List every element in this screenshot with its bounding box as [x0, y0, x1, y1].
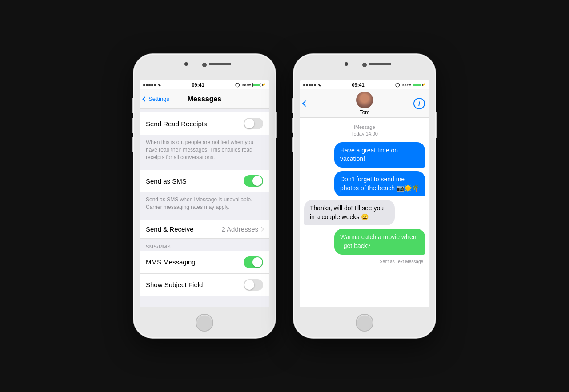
toggle-knob-read	[244, 119, 254, 128]
settings-back-button[interactable]: Settings	[143, 96, 169, 102]
messages-screen: ∿ 09:41 ◯ 100% ⚡	[300, 80, 429, 307]
send-as-sms-label: Send as SMS	[146, 177, 187, 185]
toggle-knob-sms	[252, 176, 262, 186]
camera-dot-left	[202, 63, 207, 67]
messages-nav-bar: Tom i	[300, 89, 429, 118]
send-receive-value-text: 2 Addresses	[221, 225, 258, 233]
front-camera-right	[345, 62, 348, 66]
battery-right: ⚡	[413, 83, 426, 87]
message-row-1: Have a great time on vacation!	[304, 142, 425, 168]
sent-as-label: Sent as Text Message	[304, 259, 425, 264]
settings-nav-bar: Settings Messages	[140, 89, 269, 109]
signal-dot-5	[154, 84, 156, 86]
send-read-receipts-toggle[interactable]	[244, 118, 263, 129]
signal-dot-3	[148, 84, 151, 86]
sent-as-text: Sent as Text Message	[380, 259, 423, 264]
toggle-knob-subject	[244, 280, 254, 290]
wifi-icon-right: ∿	[317, 83, 321, 88]
send-receive-value: 2 Addresses	[221, 225, 263, 233]
battery-box-left	[252, 83, 261, 87]
top-separator	[140, 109, 269, 112]
message-text-1: Have a great time on vacation!	[340, 147, 398, 163]
status-left-right: ∿	[303, 83, 321, 88]
message-bubble-3: Thanks, will do! I'll see you in a coupl…	[304, 200, 395, 225]
battery-fill-left	[253, 84, 260, 86]
message-bubble-1: Have a great time on vacation!	[334, 142, 425, 168]
show-subject-toggle[interactable]	[244, 279, 263, 291]
signal-dot-2	[146, 84, 148, 86]
status-bar-left: ∿ 09:41 ◯ 100% ⚡	[140, 80, 269, 89]
status-right-right: ◯ 100% ⚡	[395, 83, 426, 87]
toggle-knob-mms	[252, 257, 262, 267]
mms-messaging-toggle[interactable]	[244, 256, 263, 268]
battery-pct-right: 100%	[401, 83, 411, 87]
info-icon: i	[418, 100, 420, 107]
message-text-4: Wanna catch a movie when I get back?	[340, 233, 416, 249]
signal-dot-4	[151, 84, 153, 86]
info-button[interactable]: i	[413, 98, 425, 109]
message-bubble-2: Don't forget to send me photos of the be…	[334, 171, 425, 196]
battery-pct-left: 100%	[241, 83, 251, 87]
speaker-right	[369, 63, 391, 65]
home-button-right[interactable]	[356, 314, 373, 332]
speaker-left	[209, 63, 231, 65]
separator-3	[140, 216, 269, 220]
front-camera-icon	[184, 62, 188, 66]
chevron-left-icon-settings	[142, 96, 147, 101]
iphone-bottom-left	[133, 307, 276, 338]
status-time-right: 09:41	[352, 82, 364, 88]
avatar	[356, 92, 373, 108]
chevron-right-icon	[260, 227, 264, 232]
message-text-2: Don't forget to send me photos of the be…	[340, 176, 419, 192]
battery-left: ⚡	[252, 83, 266, 87]
iphone-top-right	[293, 54, 436, 80]
status-left-left: ∿	[143, 83, 161, 88]
avatar-face	[356, 92, 373, 108]
wifi-icon-left: ∿	[157, 83, 161, 88]
settings-page-title: Messages	[188, 95, 222, 103]
message-row-3: Thanks, will do! I'll see you in a coupl…	[304, 200, 425, 225]
send-as-sms-toggle[interactable]	[244, 175, 263, 187]
settings-iphone: ∿ 09:41 ◯ 100% ⚡ S	[133, 54, 276, 338]
send-read-receipts-description: When this is on, people are notified whe…	[140, 135, 269, 166]
messages-back-button[interactable]	[303, 101, 308, 106]
signal-dot-1	[143, 84, 145, 86]
messages-iphone: ∿ 09:41 ◯ 100% ⚡	[293, 54, 436, 338]
lock-icon-left: ◯	[235, 83, 240, 87]
timestamp-date: Today 14:00	[351, 131, 378, 136]
settings-screen: ∿ 09:41 ◯ 100% ⚡ S	[140, 80, 269, 307]
separator-2	[140, 166, 269, 170]
r-signal-dot-4	[311, 84, 313, 86]
send-as-sms-row: Send as SMS	[140, 170, 269, 192]
status-right-left: ◯ 100% ⚡	[235, 83, 266, 87]
phones-container: ∿ 09:41 ◯ 100% ⚡ S	[133, 54, 436, 338]
message-text-3: Thanks, will do! I'll see you in a coupl…	[310, 204, 384, 220]
iphone-top-left	[133, 54, 276, 80]
send-read-receipts-row: Send Read Receipts	[140, 112, 269, 135]
lock-icon-right: ◯	[395, 83, 400, 87]
home-button-left[interactable]	[196, 314, 213, 332]
iphone-bottom-right	[293, 307, 436, 338]
settings-content: Send Read Receipts When this is on, peop…	[140, 109, 269, 307]
battery-box-right	[413, 83, 421, 87]
show-subject-label: Show Subject Field	[146, 281, 203, 288]
r-signal-dot-1	[303, 84, 305, 86]
message-row-2: Don't forget to send me photos of the be…	[304, 171, 425, 196]
messages-content: iMessage Today 14:00 Have a great time o…	[300, 118, 429, 307]
back-label: Settings	[148, 96, 169, 102]
message-row-4: Wanna catch a movie when I get back?	[304, 229, 425, 254]
contact-name: Tom	[360, 109, 370, 116]
message-bubble-4: Wanna catch a movie when I get back?	[334, 229, 425, 254]
contact-info[interactable]: Tom	[356, 92, 373, 116]
r-signal-dot-5	[314, 84, 316, 86]
timestamp-label: iMessage Today 14:00	[304, 124, 425, 138]
status-bar-right: ∿ 09:41 ◯ 100% ⚡	[300, 80, 429, 89]
send-receive-row[interactable]: Send & Receive 2 Addresses	[140, 220, 269, 239]
signal-dots-right	[303, 84, 316, 86]
timestamp-type: iMessage	[354, 124, 375, 130]
send-read-receipts-label: Send Read Receipts	[146, 120, 207, 128]
battery-fill-right	[413, 84, 421, 86]
smsmms-label: SMS/MMS	[146, 244, 171, 249]
send-as-sms-desc-text: Send as SMS when iMessage is unavailable…	[146, 196, 252, 210]
status-time-left: 09:41	[192, 82, 204, 88]
